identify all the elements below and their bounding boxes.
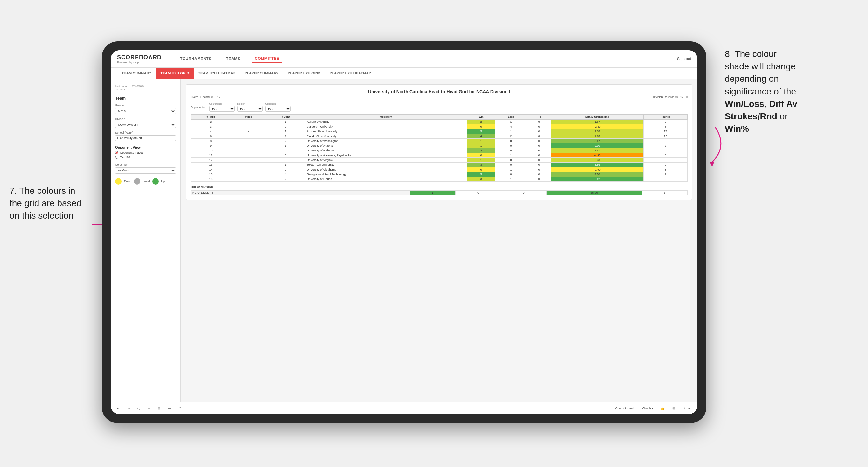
filter-conference-label: Conference	[209, 102, 235, 105]
nav-committee[interactable]: COMMITTEE	[252, 55, 282, 63]
data-table: # Rank # Reg # Conf Opponent Win Loss Ti…	[191, 114, 688, 182]
overall-record: Overall Record: 89 - 17 - 0	[191, 95, 224, 99]
sub-nav-player-h2h-grid[interactable]: PLAYER H2H GRID	[283, 68, 325, 79]
logo-text: SCOREBOARD	[117, 54, 162, 61]
table-row: 14 0 University of Oklahoma 0 1 0 -1.00 …	[191, 167, 688, 172]
cell-rank: 6	[191, 134, 231, 139]
cell-rounds: 9	[643, 162, 687, 167]
annotation-right: 8. The colour shade will change dependin…	[725, 48, 859, 135]
toolbar-undo[interactable]: ↩	[116, 406, 121, 411]
table-row: 11 6 University of Arkansas, Fayettevill…	[191, 153, 688, 158]
cell-tie: 0	[527, 158, 551, 162]
sub-nav-team-h2h-heatmap[interactable]: TEAM H2H HEATMAP	[194, 68, 240, 79]
school-input[interactable]	[115, 135, 176, 141]
cell-diff: 2.61	[551, 148, 643, 153]
cell-conf: 1	[266, 162, 305, 167]
filter-opponent-group: Opponent (All)	[266, 102, 291, 112]
nav-teams[interactable]: TEAMS	[224, 55, 243, 62]
cell-reg	[231, 158, 266, 162]
sub-nav-player-h2h-heatmap[interactable]: PLAYER H2H HEATMAP	[325, 68, 376, 79]
cell-tie: 0	[527, 120, 551, 124]
sign-out[interactable]: Sign out	[673, 57, 691, 61]
filter-region-select[interactable]: (All)	[237, 106, 263, 112]
col-rounds: Rounds	[643, 115, 687, 120]
cell-tie: 0	[527, 177, 551, 182]
division-select[interactable]: NCAA Division I	[115, 122, 176, 128]
legend-dot-up	[152, 178, 159, 185]
cell-loss: 1	[495, 177, 527, 182]
cell-rounds: 3	[643, 153, 687, 158]
cell-opponent: Vanderbilt University	[305, 124, 467, 129]
cell-reg	[231, 153, 266, 158]
sub-nav-team-h2h-grid[interactable]: TEAM H2H GRID	[156, 68, 194, 79]
annotation-left: 7. The colours in the grid are based on …	[9, 185, 99, 222]
cell-opponent: University of Arizona	[305, 144, 467, 148]
cell-win: 0	[467, 124, 495, 129]
filter-conference-select[interactable]: (All)	[209, 106, 235, 112]
radio-opponents-played[interactable]: Opponents Played	[115, 151, 176, 154]
division-label: Division	[115, 117, 176, 121]
toolbar-right: View: Original Watch ▾ 👍 ⊞ Share	[614, 406, 692, 411]
filter-opponent-select[interactable]: (All)	[266, 106, 291, 112]
grid-container: University of North Carolina Head-to-Hea…	[186, 84, 692, 200]
cell-diff: 1.67	[551, 120, 643, 124]
cell-diff: 4.50	[551, 172, 643, 177]
cell-rounds: 9	[643, 172, 687, 177]
toolbar-layout[interactable]: ⊞	[671, 406, 676, 411]
top-nav: SCOREBOARD Powered by clippd TOURNAMENTS…	[111, 50, 698, 68]
toolbar-redo[interactable]: ↪	[126, 406, 131, 411]
cell-rank: 9	[191, 144, 231, 148]
toolbar-watch[interactable]: Watch ▾	[641, 406, 655, 411]
radio-top100[interactable]: Top 100	[115, 156, 176, 159]
annotation-bold-winpct: Win%	[725, 124, 749, 134]
cell-opponent: University of Alabama	[305, 148, 467, 153]
cell-opponent: University of Florida	[305, 177, 467, 182]
cell-win: 1	[467, 144, 495, 148]
cell-rank: 2	[191, 120, 231, 124]
annotation-left-line2: the grid are based	[9, 198, 82, 208]
col-win: Win	[467, 115, 495, 120]
toolbar-cut[interactable]: ✂	[146, 406, 151, 411]
cell-opponent: University of Washington	[305, 139, 467, 144]
left-panel: Last Updated: 27/03/202416:55:38 Team Ge…	[111, 79, 181, 402]
cell-reg	[231, 139, 266, 144]
cell-tie: 0	[527, 124, 551, 129]
radio-group: Opponents Played Top 100	[115, 151, 176, 159]
sub-nav-player-summary[interactable]: PLAYER SUMMARY	[240, 68, 283, 79]
cell-win: 1	[467, 158, 495, 162]
gender-select[interactable]: Men's	[115, 108, 176, 114]
cell-opponent: Texas Tech University	[305, 162, 467, 167]
cell-loss: 1	[495, 129, 527, 134]
colour-by-select[interactable]: Win/loss	[115, 167, 176, 174]
nav-tournaments[interactable]: TOURNAMENTS	[178, 55, 214, 62]
cell-reg	[231, 172, 266, 177]
toolbar-view[interactable]: View: Original	[614, 406, 636, 411]
legend-row: Down Level Up	[115, 178, 176, 185]
cell-win: 5	[467, 129, 495, 134]
legend-label-up: Up	[161, 180, 165, 183]
annotation-bold-diffav: Diff Av	[769, 99, 797, 109]
logo-sub: Powered by clippd	[117, 61, 162, 64]
toolbar-clock[interactable]: ⏱	[178, 406, 183, 411]
toolbar-share[interactable]: Share	[681, 406, 692, 411]
cell-rank: 10	[191, 148, 231, 153]
cell-win: 3	[467, 177, 495, 182]
toolbar-paste[interactable]: ⊞	[157, 406, 162, 411]
annotation-bold-strokes: Strokes/Rnd	[725, 111, 777, 121]
cell-reg	[231, 177, 266, 182]
table-row: 8 2 University of Washington 1 0 0 3.67 …	[191, 139, 688, 144]
cell-conf: 1	[266, 129, 305, 134]
out-div-diff: 26.00	[547, 191, 642, 195]
legend-label-down: Down	[124, 180, 131, 183]
filter-row: Opponents: Conference (All) Region (All)	[191, 102, 688, 112]
toolbar-back[interactable]: ◁	[136, 406, 141, 411]
toolbar-thumb-up[interactable]: 👍	[659, 406, 666, 411]
cell-reg: -	[231, 120, 266, 124]
toolbar-dash[interactable]: —	[167, 406, 173, 411]
cell-reg: -	[231, 129, 266, 134]
table-row: 15 4 Georgia Institute of Technology 5 0…	[191, 172, 688, 177]
col-diff: Diff Av Strokes/Rnd	[551, 115, 643, 120]
cell-opponent: Georgia Institute of Technology	[305, 172, 467, 177]
sub-nav-team-summary[interactable]: TEAM SUMMARY	[117, 68, 156, 79]
annotation-bold-winloss: Win/Loss	[725, 99, 764, 109]
